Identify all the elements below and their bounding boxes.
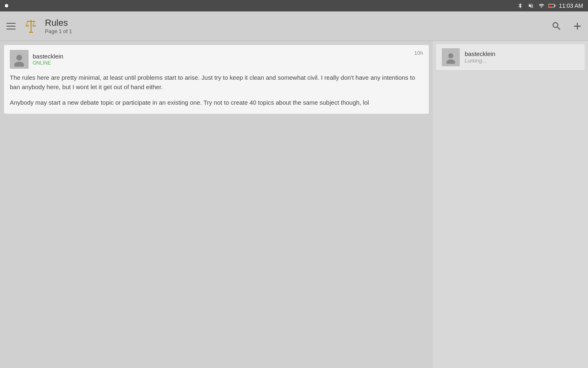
sidebar-user-card: bastecklein Lurking... <box>436 44 585 71</box>
notification-dot <box>5 4 8 7</box>
svg-point-11 <box>14 62 24 67</box>
post-time: 10h <box>414 50 423 56</box>
post-body-paragraph-2: Anybody may start a new debate topic or … <box>10 98 423 107</box>
status-bar-left <box>5 4 8 7</box>
status-bar: 11:03 AM <box>0 0 588 11</box>
svg-line-5 <box>26 21 27 25</box>
app-bar-left: Rules Page 1 of 1 <box>5 17 551 35</box>
battery-icon <box>548 2 556 9</box>
sidebar-user-status: Lurking... <box>465 58 495 64</box>
svg-line-7 <box>33 21 34 25</box>
post-author-name: bastecklein <box>33 53 63 60</box>
post-card: bastecklein ONLINE 10h The rules here ar… <box>4 45 429 114</box>
main-content: bastecklein ONLINE 10h The rules here ar… <box>0 41 588 368</box>
wifi-icon <box>538 2 545 9</box>
sidebar-user-name: bastecklein <box>465 50 495 58</box>
sidebar-avatar <box>442 48 460 66</box>
post-author-info: bastecklein ONLINE <box>33 53 63 66</box>
post-avatar <box>10 50 29 69</box>
post-header: bastecklein ONLINE 10h <box>10 50 423 69</box>
svg-point-13 <box>446 59 455 64</box>
svg-point-12 <box>448 53 453 58</box>
status-time: 11:03 AM <box>559 2 583 9</box>
app-bar-right <box>551 20 583 32</box>
bluetooth-icon <box>517 2 524 9</box>
svg-rect-2 <box>549 4 551 7</box>
svg-point-10 <box>16 55 22 61</box>
page-title: Rules <box>45 18 72 28</box>
svg-rect-1 <box>555 5 555 7</box>
scales-icon <box>22 17 40 35</box>
page-subtitle: Page 1 of 1 <box>45 28 72 35</box>
status-bar-right: 11:03 AM <box>517 2 583 9</box>
sidebar-user-info: bastecklein Lurking... <box>465 50 495 64</box>
post-body-paragraph-1: The rules here are pretty minimal, at le… <box>10 73 423 92</box>
post-body: The rules here are pretty minimal, at le… <box>10 73 423 107</box>
search-button[interactable] <box>551 21 562 31</box>
mute-icon <box>527 2 535 9</box>
menu-button[interactable] <box>5 21 17 31</box>
post-author-row: bastecklein ONLINE <box>10 50 63 69</box>
post-author-status: ONLINE <box>33 60 63 66</box>
add-button[interactable] <box>572 20 583 32</box>
sidebar: bastecklein Lurking... <box>433 41 588 368</box>
app-bar: Rules Page 1 of 1 <box>0 11 588 41</box>
posts-area: bastecklein ONLINE 10h The rules here ar… <box>0 41 433 368</box>
title-block: Rules Page 1 of 1 <box>45 18 72 35</box>
